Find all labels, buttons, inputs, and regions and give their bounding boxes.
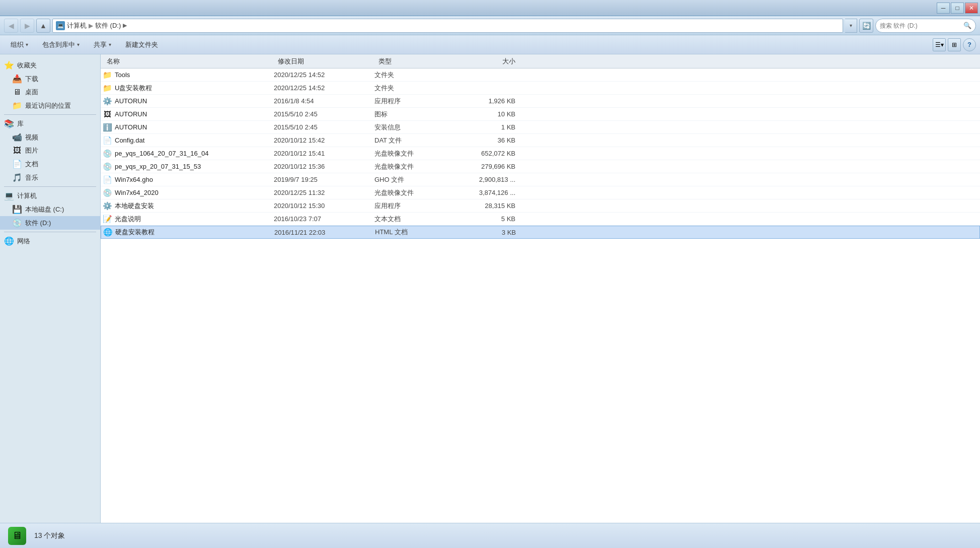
local-d-label: 软件 (D:)	[25, 219, 51, 228]
help-button[interactable]: ?	[963, 38, 976, 51]
sidebar-library-header[interactable]: 📚 库	[0, 117, 100, 130]
file-type-autorun-exe: 应用程序	[374, 97, 455, 106]
divider-1	[4, 114, 96, 115]
main-content: ⭐ 收藏夹 📥 下载 🖥 桌面 📁 最近访问的位置 📚 库	[0, 54, 980, 523]
sidebar-item-videos[interactable]: 📹 视频	[0, 130, 100, 144]
computer-label: 计算机	[17, 191, 37, 200]
file-type-hdd-tutorial: HTML 文档	[375, 228, 456, 237]
table-row[interactable]: 🌐 硬盘安装教程 2016/11/21 22:03 HTML 文档 3 KB	[101, 226, 980, 239]
sidebar-item-downloads[interactable]: 📥 下载	[0, 72, 100, 86]
search-box: 🔍	[875, 19, 976, 33]
table-row[interactable]: 📁 U盘安装教程 2020/12/25 14:52 文件夹	[101, 82, 980, 95]
table-row[interactable]: ℹ️ AUTORUN 2015/5/10 2:45 安装信息 1 KB	[101, 121, 980, 134]
toolbar-right: ☰▾ ⊞ ?	[933, 38, 976, 51]
file-list: 📁 Tools 2020/12/25 14:52 文件夹 📁 U盘安装教程 20…	[101, 68, 980, 523]
file-name-tools: Tools	[115, 71, 130, 79]
pictures-icon: 🖼	[12, 146, 22, 155]
table-row[interactable]: 📄 Config.dat 2020/10/12 15:42 DAT 文件 36 …	[101, 134, 980, 147]
search-input[interactable]	[880, 22, 961, 29]
file-name-local-install: 本地硬盘安装	[115, 201, 154, 211]
file-type-win7-gho: GHO 文件	[374, 175, 455, 184]
file-type-local-install: 应用程序	[374, 201, 455, 211]
path-end-arrow: ▶	[123, 22, 127, 29]
desktop-icon: 🖥	[12, 88, 22, 97]
sidebar-item-recent[interactable]: 📁 最近访问的位置	[0, 99, 100, 112]
documents-label: 文档	[25, 160, 38, 169]
sidebar-favorites-header[interactable]: ⭐ 收藏夹	[0, 58, 100, 72]
col-header-size[interactable]: 大小	[455, 57, 525, 66]
sidebar-item-local-c[interactable]: 💾 本地磁盘 (C:)	[0, 202, 100, 216]
file-date-pe-1064: 2020/10/12 15:41	[274, 150, 374, 157]
col-header-name[interactable]: 名称	[103, 57, 274, 66]
table-row[interactable]: 💿 pe_yqs_1064_20_07_31_16_04 2020/10/12 …	[101, 147, 980, 160]
recent-icon: 📁	[12, 101, 22, 110]
pictures-label: 图片	[25, 146, 38, 155]
file-name-config-dat: Config.dat	[115, 136, 144, 144]
up-button[interactable]: ▲	[36, 19, 50, 33]
file-date-win7-gho: 2019/9/7 19:25	[274, 176, 374, 183]
recent-label: 最近访问的位置	[25, 101, 71, 110]
include-arrow: ▾	[77, 42, 80, 47]
search-icon[interactable]: 🔍	[963, 22, 971, 29]
view-options-button[interactable]: ☰▾	[933, 38, 946, 51]
sidebar-network-header[interactable]: 🌐 网络	[0, 234, 100, 248]
downloads-icon: 📥	[12, 74, 22, 84]
back-button[interactable]: ◀	[4, 19, 18, 33]
table-row[interactable]: 📁 Tools 2020/12/25 14:52 文件夹	[101, 68, 980, 82]
col-header-modified[interactable]: 修改日期	[274, 57, 374, 66]
minimize-button[interactable]: ─	[937, 3, 950, 14]
sidebar-computer-header[interactable]: 💻 计算机	[0, 189, 100, 202]
sidebar-section-network: 🌐 网络	[0, 234, 100, 248]
status-bar: 🖥 13 个对象	[0, 523, 980, 548]
address-path[interactable]: 💻 计算机 ▶ 软件 (D:) ▶	[52, 19, 843, 33]
music-icon: 🎵	[12, 173, 22, 182]
file-size-pe-1064: 652,072 KB	[455, 150, 525, 157]
path-drive: 软件 (D:)	[95, 21, 121, 30]
new-folder-label: 新建文件夹	[125, 40, 158, 49]
file-type-udisk-install: 文件夹	[374, 84, 455, 93]
sidebar-item-local-d[interactable]: 💿 软件 (D:)	[0, 216, 100, 230]
path-computer-icon: 💻	[56, 21, 65, 30]
sidebar-section-favorites: ⭐ 收藏夹 📥 下载 🖥 桌面 📁 最近访问的位置	[0, 58, 100, 112]
include-library-button[interactable]: 包含到库中 ▾	[36, 37, 86, 52]
file-type-pe-1064: 光盘映像文件	[374, 149, 455, 158]
local-d-icon: 💿	[12, 218, 22, 228]
sidebar-item-pictures[interactable]: 🖼 图片	[0, 144, 100, 157]
file-area: 名称 修改日期 类型 大小 📁 Tools 2020/12/25 14:52 文…	[101, 54, 980, 523]
file-type-autorun-inf: 安装信息	[374, 123, 455, 132]
file-size-win7-gho: 2,900,813 ...	[455, 176, 525, 183]
col-header-type[interactable]: 类型	[374, 57, 455, 66]
table-row[interactable]: 💿 Win7x64_2020 2020/12/25 11:32 光盘映像文件 3…	[101, 186, 980, 199]
organize-button[interactable]: 组织 ▾	[4, 37, 35, 52]
file-type-autorun-ico: 图标	[374, 110, 455, 119]
sidebar-item-music[interactable]: 🎵 音乐	[0, 171, 100, 184]
new-folder-button[interactable]: 新建文件夹	[119, 37, 165, 52]
favorites-label: 收藏夹	[17, 61, 37, 70]
sidebar-item-documents[interactable]: 📄 文档	[0, 157, 100, 171]
table-row[interactable]: 🖼 AUTORUN 2015/5/10 2:45 图标 10 KB	[101, 108, 980, 121]
table-row[interactable]: 📝 光盘说明 2016/10/23 7:07 文本文档 5 KB	[101, 213, 980, 226]
file-name-autorun-exe: AUTORUN	[115, 97, 147, 105]
address-dropdown[interactable]: ▾	[845, 19, 857, 33]
sidebar-section-library: 📚 库 📹 视频 🖼 图片 📄 文档 🎵 音乐	[0, 117, 100, 184]
close-button[interactable]: ✕	[965, 3, 978, 14]
table-row[interactable]: 💿 pe_yqs_xp_20_07_31_15_53 2020/10/12 15…	[101, 160, 980, 173]
table-row[interactable]: ⚙️ AUTORUN 2016/1/8 4:54 应用程序 1,926 KB	[101, 95, 980, 108]
file-date-hdd-tutorial: 2016/11/21 22:03	[274, 229, 375, 236]
maximize-button[interactable]: □	[951, 3, 964, 14]
share-button[interactable]: 共享 ▾	[87, 37, 118, 52]
forward-button[interactable]: ▶	[20, 19, 34, 33]
sidebar-item-desktop[interactable]: 🖥 桌面	[0, 86, 100, 99]
table-row[interactable]: ⚙️ 本地硬盘安装 2020/10/12 15:30 应用程序 28,315 K…	[101, 199, 980, 213]
file-icon-udisk-install: 📁	[103, 84, 112, 93]
desktop-label: 桌面	[25, 88, 38, 97]
preview-pane-button[interactable]: ⊞	[948, 38, 961, 51]
file-date-win7-2020: 2020/12/25 11:32	[274, 189, 374, 196]
refresh-button[interactable]: 🔄	[859, 19, 873, 33]
file-icon-tools: 📁	[103, 71, 112, 80]
table-row[interactable]: 📄 Win7x64.gho 2019/9/7 19:25 GHO 文件 2,90…	[101, 173, 980, 186]
title-bar-buttons: ─ □ ✕	[937, 3, 978, 14]
file-icon-autorun-exe: ⚙️	[103, 97, 112, 106]
file-name-win7-gho: Win7x64.gho	[115, 176, 153, 183]
file-date-tools: 2020/12/25 14:52	[274, 71, 374, 79]
